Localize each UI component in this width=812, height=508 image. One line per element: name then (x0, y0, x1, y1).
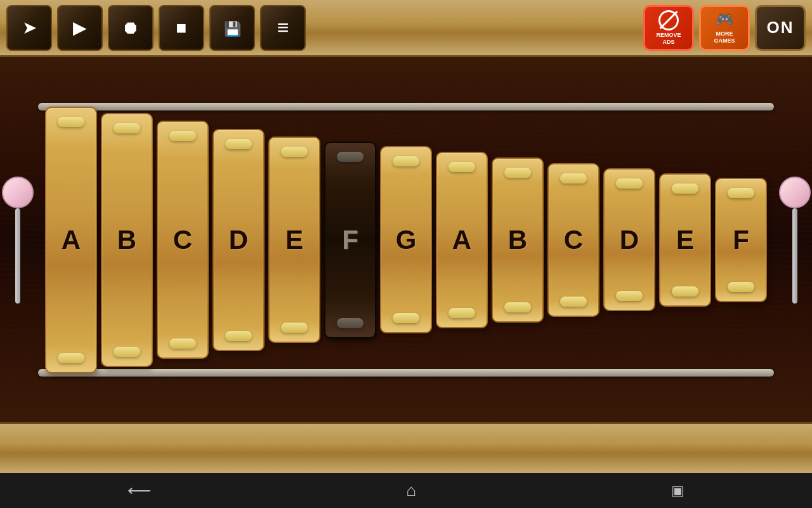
xylophone-bar-e-11[interactable]: E (659, 173, 711, 307)
bar-label-11: E (676, 225, 694, 255)
list-button[interactable] (260, 5, 306, 51)
bar-notch-bottom-9 (560, 297, 587, 307)
bar-notch-bottom-7 (449, 308, 476, 318)
recent-icon (671, 483, 684, 498)
bottom-bar (0, 422, 812, 473)
back-button[interactable] (115, 476, 164, 505)
bar-label-12: F (733, 225, 749, 255)
xylophone-bar-c-9[interactable]: C (547, 163, 599, 317)
bar-notch-top-10 (616, 178, 643, 189)
xylophone-bar-d-3[interactable]: D (213, 129, 265, 351)
recent-button[interactable] (658, 478, 697, 504)
back-icon (128, 483, 151, 499)
remove-ads-button[interactable]: REMOVE ADS (643, 5, 694, 51)
bar-notch-bottom-4 (281, 323, 308, 333)
bar-notch-top-8 (504, 168, 532, 178)
play-icon (73, 17, 87, 38)
mallet-right (777, 177, 812, 304)
gamepad-icon: 🎮 (716, 11, 733, 28)
mallet-stick-right (792, 208, 797, 304)
xylophone-bar-b-1[interactable]: B (101, 113, 153, 367)
stop-button[interactable] (159, 5, 204, 51)
stop-icon (176, 18, 187, 38)
toolbar: REMOVE ADS 🎮 MORE GAMES ON (0, 0, 812, 57)
nav-bar (0, 473, 812, 508)
xylophone-bar-f-5[interactable]: F (324, 142, 376, 338)
record-button[interactable] (108, 5, 154, 51)
bar-notch-top-6 (393, 156, 420, 166)
mallet-left (0, 177, 35, 304)
xylophone-bar-b-8[interactable]: B (492, 157, 544, 323)
bar-label-9: C (564, 225, 583, 255)
bar-notch-top-12 (728, 188, 755, 198)
bar-notch-bottom-0 (58, 353, 85, 363)
xylophone-bar-a-0[interactable]: A (45, 107, 97, 373)
bar-notch-bottom-2 (169, 338, 197, 349)
bar-notch-bottom-5 (337, 318, 364, 328)
bar-notch-bottom-11 (672, 286, 699, 297)
bar-label-6: G (396, 225, 417, 255)
play-button[interactable] (57, 5, 103, 51)
xylophone-bar-e-4[interactable]: E (268, 137, 320, 343)
arrow-right-icon (22, 17, 37, 38)
xylophone-bar-f-12[interactable]: F (715, 178, 767, 302)
record-icon (122, 17, 140, 38)
bar-notch-bottom-3 (225, 331, 252, 341)
more-games-button[interactable]: 🎮 MORE GAMES (699, 5, 750, 51)
xylophone: ABCDEFGABCDEF (1, 100, 811, 380)
bar-label-2: C (173, 225, 192, 255)
bar-label-5: F (342, 225, 358, 255)
more-games-label: MORE GAMES (714, 30, 735, 44)
xylophone-bar-g-6[interactable]: G (380, 146, 432, 333)
xylophone-bar-a-7[interactable]: A (436, 152, 488, 328)
main-area: ABCDEFGABCDEF (0, 57, 812, 422)
no-ads-icon (658, 10, 679, 30)
save-button[interactable] (209, 5, 255, 51)
bar-notch-top-5 (337, 152, 364, 162)
bar-label-7: A (452, 225, 471, 255)
bar-notch-top-3 (225, 139, 252, 149)
bar-notch-top-0 (58, 117, 85, 127)
bar-label-0: A (62, 225, 81, 255)
bar-notch-bottom-1 (114, 347, 141, 357)
list-icon (277, 16, 289, 39)
home-button[interactable] (393, 476, 429, 505)
skip-button[interactable] (6, 5, 52, 51)
bar-notch-bottom-10 (616, 291, 643, 301)
bar-notch-bottom-8 (504, 302, 532, 312)
home-icon (406, 483, 416, 499)
app: REMOVE ADS 🎮 MORE GAMES ON ABCDEFGABCDEF (0, 0, 812, 508)
bar-label-10: D (620, 225, 639, 255)
remove-ads-label: REMOVE ADS (656, 32, 681, 46)
on-button[interactable]: ON (755, 5, 806, 51)
bar-notch-bottom-6 (393, 313, 420, 323)
bar-label-8: B (508, 225, 527, 255)
mallet-head-left (2, 177, 34, 208)
bar-notch-top-9 (560, 173, 587, 184)
bar-notch-top-7 (449, 162, 476, 172)
bar-notch-bottom-12 (728, 282, 755, 292)
bar-notch-top-4 (281, 147, 308, 157)
bar-label-4: E (285, 225, 303, 255)
bar-notch-top-2 (169, 131, 197, 141)
save-icon (224, 18, 241, 38)
mallet-head-right (779, 177, 811, 208)
bar-notch-top-1 (114, 123, 141, 133)
xylophone-bar-c-2[interactable]: C (157, 121, 209, 359)
on-label: ON (767, 18, 794, 37)
bar-label-3: D (229, 225, 248, 255)
bar-label-1: B (117, 225, 136, 255)
xylophone-bar-d-10[interactable]: D (603, 168, 655, 311)
mallet-stick-left (15, 208, 20, 304)
bar-notch-top-11 (672, 184, 699, 194)
